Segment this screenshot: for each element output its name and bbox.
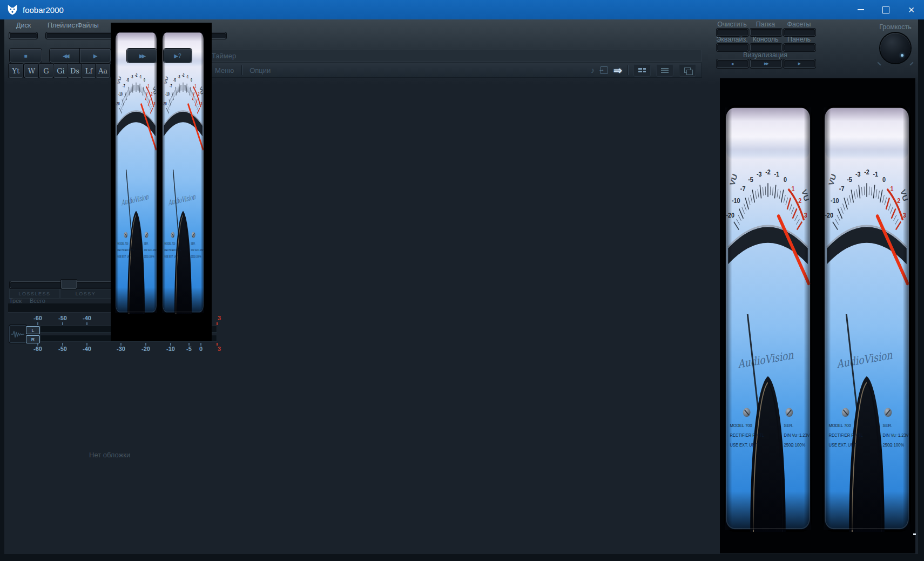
channel-label: R (31, 337, 35, 342)
waveform-button[interactable] (9, 325, 26, 343)
svg-text:RECTIFIER R/VTL: RECTIFIER R/VTL (118, 248, 134, 252)
order-bar[interactable] (9, 32, 37, 39)
album-list-view-button[interactable] (633, 64, 651, 77)
svg-text:USE EXT. UNIT: USE EXT. UNIT (730, 442, 758, 448)
play-button[interactable]: ▶ (80, 49, 111, 63)
svg-text:SER.: SER. (883, 423, 893, 429)
svg-text:USE EXT. UNIT: USE EXT. UNIT (828, 442, 857, 448)
volume-knob[interactable] (880, 33, 910, 63)
svg-text:-7: -7 (170, 84, 172, 89)
previous-button[interactable]: ◀◀ (50, 49, 81, 63)
quick-button-label: W (28, 67, 35, 75)
folder-label: Папка (749, 21, 782, 28)
menu-files[interactable]: Файлы (77, 22, 99, 30)
facets-button[interactable] (784, 29, 815, 36)
channel-right-box: R (26, 335, 40, 343)
svg-text:-5: -5 (748, 175, 753, 184)
svg-text:MODEL 700: MODEL 700 (730, 423, 752, 429)
svg-text:-2: -2 (864, 168, 869, 176)
svg-text:-3: -3 (855, 170, 861, 178)
svg-text:-2: -2 (135, 73, 138, 78)
grid-view-icon (638, 68, 646, 72)
equalizer-button[interactable] (717, 44, 748, 51)
svg-text:USE EXT. UNIT: USE EXT. UNIT (165, 254, 179, 258)
scale-label: 3 (211, 315, 227, 321)
scale-label: 3 (211, 346, 227, 352)
svg-text:SER.: SER. (191, 241, 195, 245)
minimize-icon (858, 9, 864, 10)
toolbar-separator (628, 65, 628, 75)
time-display-bar (8, 303, 112, 313)
quick-button-label: Lf (85, 67, 92, 75)
svg-text:-3: -3 (178, 74, 180, 79)
console-button[interactable] (750, 44, 782, 51)
panel-button[interactable] (784, 44, 815, 51)
slider-handle[interactable] (61, 280, 77, 289)
svg-text:-7: -7 (839, 185, 845, 193)
lossless-label: LOSSLESS (18, 291, 50, 296)
folder-button[interactable] (750, 29, 782, 36)
svg-text:250Ω 100%: 250Ω 100% (883, 442, 905, 448)
quick-button-yt[interactable]: Yt (9, 64, 23, 78)
scale-tick (37, 322, 38, 325)
volume-label: Громкость (874, 23, 917, 31)
jump-to-playing-icon[interactable]: ⇒ (613, 64, 622, 77)
stop-button[interactable]: ■ (10, 49, 42, 63)
svg-text:-10: -10 (732, 197, 740, 205)
clear-button[interactable] (717, 29, 748, 36)
timer-panel: Таймер (207, 50, 702, 62)
menu-playlist[interactable]: Плейлист (48, 22, 78, 30)
quick-button-w[interactable]: W (24, 64, 39, 78)
quick-button-lf[interactable]: Lf (82, 64, 96, 78)
quick-button-gi[interactable]: Gi (53, 64, 68, 78)
scale-label: -60 (30, 315, 46, 321)
import-icon[interactable] (600, 66, 608, 74)
visualization-stop-button[interactable]: ■ (717, 59, 748, 68)
scale-label: -50 (55, 346, 71, 352)
titlebar[interactable]: foobar2000 × (0, 0, 924, 19)
menu-disc[interactable]: Диск (16, 22, 31, 30)
window-icon (684, 67, 691, 73)
quick-button-label: Aa (98, 67, 107, 75)
list-view-icon (661, 67, 669, 73)
quick-button-label: Yt (12, 67, 20, 75)
svg-text:USE EXT. UNIT: USE EXT. UNIT (118, 254, 132, 258)
svg-text:0: 0 (784, 175, 787, 184)
svg-text:-10: -10 (831, 197, 839, 205)
quick-button-label: G (43, 67, 49, 75)
random-play-button[interactable]: ▶? (164, 49, 192, 63)
scale-label: -40 (79, 315, 95, 321)
minimize-button[interactable] (848, 0, 873, 19)
maximize-button[interactable] (873, 0, 899, 19)
quick-button-label: Gi (57, 67, 65, 75)
maximize-icon (882, 6, 889, 13)
toolbar-options[interactable]: Опции (242, 66, 278, 75)
console-label: Консоль (749, 36, 782, 43)
channel-label: L (31, 328, 34, 333)
visualization-play-button[interactable]: ▶ (784, 59, 815, 68)
timer-label: Таймер (212, 52, 236, 60)
vu-meter-window[interactable]: -20-10-7-5-3-2-10123 VU VU AudioVision M… (111, 23, 212, 341)
svg-text:2: 2 (198, 92, 199, 97)
facets-label: Фасеты (783, 21, 815, 28)
quick-button-label: Ds (70, 67, 79, 75)
next-button[interactable]: ▶▶ (127, 49, 157, 63)
music-note-icon[interactable]: ♪ (591, 66, 595, 75)
svg-text:250Ω 100%: 250Ω 100% (784, 442, 806, 448)
quick-button-g[interactable]: G (39, 64, 53, 78)
quick-button-aa[interactable]: Aa (96, 64, 110, 78)
scale-label: -50 (55, 315, 71, 321)
toolbar-menu[interactable]: Меню (207, 66, 241, 75)
close-button[interactable]: × (899, 0, 924, 19)
svg-text:-7: -7 (740, 185, 746, 193)
svg-text:-2: -2 (182, 73, 185, 78)
lossy-button[interactable]: LOSSY (60, 289, 111, 299)
no-cover-placeholder: Нет обложки (89, 451, 130, 459)
visualization-next-button[interactable]: ▶▶ (750, 59, 782, 68)
panel-layout-button[interactable] (679, 64, 696, 77)
play-icon: ▶ (93, 53, 98, 59)
play-icon: ▶ (798, 62, 801, 66)
quick-button-ds[interactable]: Ds (68, 64, 82, 78)
playlist-view-button[interactable] (656, 64, 673, 77)
svg-text:0: 0 (191, 78, 192, 83)
